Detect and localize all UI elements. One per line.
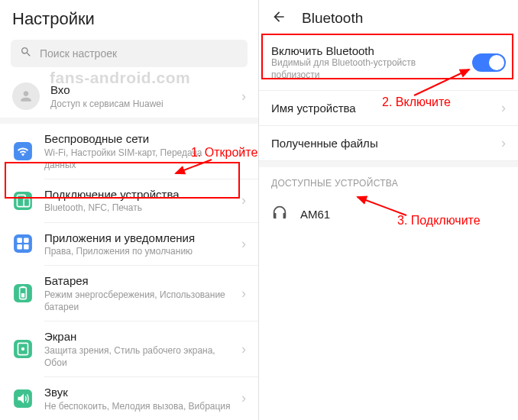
svg-rect-4 [14, 234, 32, 253]
search-settings[interactable]: Поиск настроек [11, 40, 248, 67]
chevron-right-icon: › [241, 286, 246, 302]
avatar-icon [12, 82, 40, 110]
device-icon [12, 190, 34, 212]
divider [259, 161, 518, 167]
apps-icon [12, 233, 34, 254]
device-am61[interactable]: AM61 [259, 195, 518, 233]
wifi-icon [12, 141, 34, 162]
display-item[interactable]: Экран Защита зрения, Стиль рабочего экра… [0, 321, 258, 376]
chevron-right-icon: › [241, 390, 246, 406]
device-connection-item[interactable]: Подключение устройства Bluetooth, NFC, П… [0, 179, 258, 222]
svg-rect-11 [21, 286, 24, 288]
wireless-item[interactable]: Беспроводные сети Wi-Fi, Настройки SIM-к… [0, 124, 258, 179]
svg-rect-7 [17, 244, 22, 250]
bluetooth-header: Bluetooth [259, 0, 518, 35]
battery-item[interactable]: Батарея Режим энергосбережения, Использо… [0, 266, 258, 321]
svg-rect-8 [24, 244, 29, 250]
apps-item[interactable]: Приложения и уведомления Права, Приложен… [0, 223, 258, 266]
svg-rect-6 [24, 238, 29, 244]
display-icon [12, 338, 34, 360]
search-placeholder: Поиск настроек [40, 47, 117, 60]
account-item[interactable]: Вхо Доступ к сервисам Huawei › [0, 75, 258, 118]
settings-screen: Настройки Поиск настроек Вхо Доступ к се… [0, 0, 259, 420]
svg-point-15 [21, 347, 24, 351]
account-text: Вхо Доступ к сервисам Huawei [50, 82, 231, 110]
back-arrow-icon[interactable] [271, 9, 287, 27]
bluetooth-toggle[interactable] [472, 53, 506, 72]
available-devices-header: ДОСТУПНЫЕ УСТРОЙСТВА [259, 167, 518, 195]
chevron-right-icon: › [501, 135, 506, 151]
search-icon [20, 46, 32, 61]
chevron-right-icon: › [501, 100, 506, 116]
divider [0, 118, 258, 124]
bluetooth-screen: Bluetooth Включить Bluetooth Видимый для… [259, 0, 518, 420]
bluetooth-title: Bluetooth [302, 10, 363, 27]
chevron-right-icon: › [241, 192, 246, 208]
chevron-right-icon: › [241, 341, 246, 357]
svg-rect-5 [17, 238, 22, 244]
sound-item[interactable]: Звук Не беспокоить, Мелодия вызова, Вибр… [0, 377, 258, 420]
svg-rect-12 [21, 293, 24, 297]
chevron-right-icon: › [241, 143, 246, 159]
received-files-item[interactable]: Полученные файлы › [259, 126, 518, 161]
battery-icon [12, 283, 34, 304]
chevron-right-icon: › [241, 236, 246, 252]
settings-title: Настройки [0, 0, 258, 37]
sound-icon [12, 388, 34, 409]
device-name-item[interactable]: Имя устройства › [259, 91, 518, 126]
chevron-right-icon: › [241, 89, 246, 105]
svg-rect-3 [24, 198, 30, 206]
bluetooth-enable-item[interactable]: Включить Bluetooth Видимый для Bluetooth… [259, 35, 518, 91]
headphone-icon [271, 204, 288, 224]
